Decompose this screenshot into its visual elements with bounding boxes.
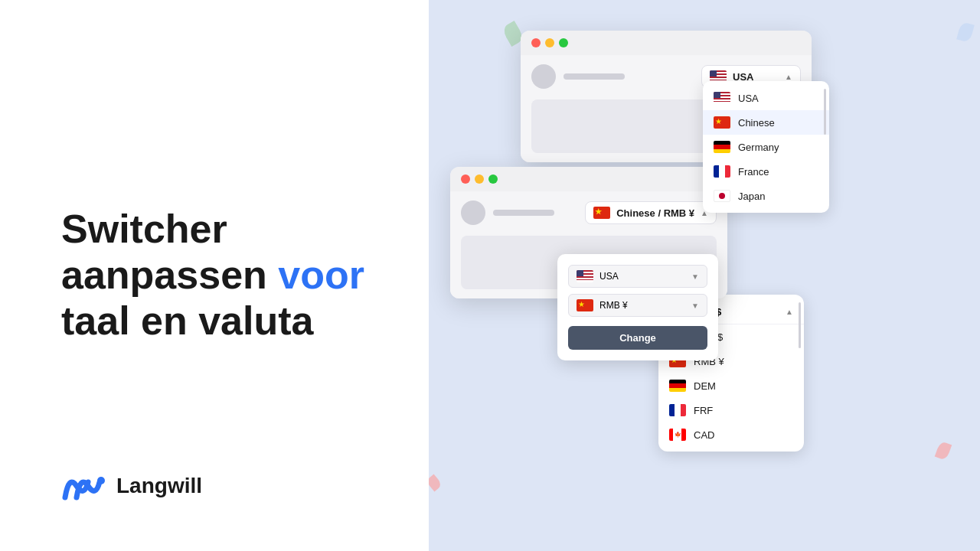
flag-france-dropdown	[714, 165, 730, 178]
tl-red-back[interactable]	[531, 38, 541, 47]
titlebar-back	[521, 31, 812, 55]
dropdown-item-france[interactable]: France	[703, 159, 829, 184]
flag-germany-dropdown	[714, 141, 730, 153]
headline-line2: aanpassen	[61, 253, 267, 297]
currency-label-frf: FRF	[694, 405, 713, 416]
currency-item-dem[interactable]: DEM	[658, 373, 804, 398]
switcher-label-front: Chinese / RMB ¥	[616, 207, 694, 219]
titlebar-front	[450, 167, 727, 191]
flag-cad-currency: 🍁	[669, 429, 686, 441]
language-select[interactable]: USA ▼	[568, 265, 707, 288]
right-panel: USA ▲ USA Chinese Germany	[429, 0, 980, 551]
left-panel: Switcheraanpassen voortaal en valuta Lan…	[0, 0, 429, 551]
dropdown-item-usa[interactable]: USA	[703, 86, 829, 110]
leaf-decoration-2	[935, 441, 952, 461]
currency-label-dem: DEM	[694, 380, 716, 392]
tl-green-back[interactable]	[559, 38, 568, 47]
chevron-up-currency: ▲	[786, 308, 793, 316]
language-select-label: USA	[599, 271, 619, 282]
flag-china-front	[593, 207, 610, 219]
dropdown-scrollbar[interactable]	[824, 89, 826, 135]
country-dropdown[interactable]: USA Chinese Germany France Japan	[703, 81, 829, 213]
headline-line3: taal en valuta	[61, 298, 313, 343]
dropdown-label-usa: USA	[738, 93, 759, 104]
tl-green-front[interactable]	[488, 174, 498, 184]
fake-nav-bar-back	[564, 73, 625, 80]
dropdown-label-chinese: Chinese	[738, 117, 775, 129]
fake-avatar-back	[531, 64, 556, 89]
right-content: USA ▲ USA Chinese Germany	[429, 0, 980, 551]
leaf-decoration-3	[429, 474, 443, 492]
currency-dropdown-scrollbar[interactable]	[799, 302, 801, 348]
dropdown-label-germany: Germany	[738, 142, 779, 153]
flag-frf-currency	[669, 404, 686, 416]
headline: Switcheraanpassen voortaal en valuta	[61, 207, 383, 344]
flag-usa-dropdown	[714, 92, 730, 104]
dropdown-item-germany[interactable]: Germany	[703, 135, 829, 159]
chevron-up-back: ▲	[785, 73, 792, 81]
logo-icon	[61, 467, 107, 505]
dropdown-item-chinese[interactable]: Chinese	[703, 110, 829, 135]
leaf-decoration-4	[956, 21, 975, 43]
dropdown-label-japan: Japan	[738, 191, 765, 202]
currency-item-cad[interactable]: 🍁 CAD	[658, 422, 804, 447]
fake-avatar-front	[461, 201, 485, 225]
flag-dem-currency	[669, 380, 686, 392]
tl-yellow-front[interactable]	[475, 174, 484, 184]
chevron-down-currency: ▼	[691, 302, 699, 310]
svg-point-0	[97, 477, 105, 484]
logo-area: Langwill	[61, 467, 202, 505]
currency-label-cad: CAD	[694, 429, 714, 441]
flag-china-dropdown	[714, 116, 730, 129]
headline-highlight: voor	[278, 253, 364, 297]
flag-japan-dropdown	[714, 190, 730, 202]
logo-text: Langwill	[116, 474, 202, 498]
switcher-modal: USA ▼ RMB ¥ ▼ Change	[557, 254, 718, 360]
change-button[interactable]: Change	[568, 326, 707, 350]
dropdown-item-japan[interactable]: Japan	[703, 184, 829, 208]
currency-item-frf[interactable]: FRF	[658, 398, 804, 422]
currency-select[interactable]: RMB ¥ ▼	[568, 294, 707, 317]
headline-line1: Switcher	[61, 207, 227, 251]
switcher-button-front[interactable]: Chinese / RMB ¥ ▲	[585, 201, 717, 224]
flag-china-modal	[577, 299, 593, 311]
chevron-down-lang: ▼	[691, 272, 699, 281]
tl-yellow-back[interactable]	[545, 38, 554, 47]
currency-select-label: RMB ¥	[599, 300, 628, 311]
flag-usa-modal	[577, 270, 593, 282]
dropdown-label-france: France	[738, 166, 769, 178]
fake-nav-bar-front	[493, 210, 554, 216]
tl-red-front[interactable]	[461, 174, 470, 184]
